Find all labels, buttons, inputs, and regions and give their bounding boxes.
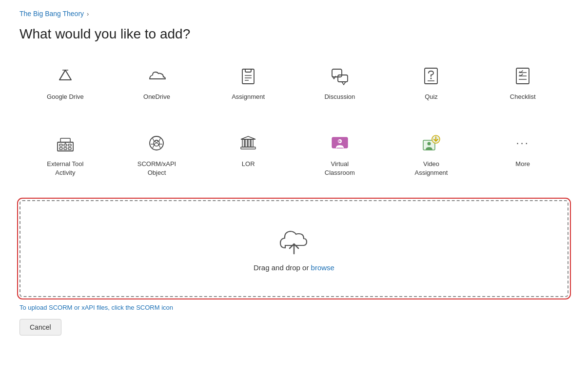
grid-item-assignment-label: Assignment (232, 93, 265, 101)
svg-marker-30 (241, 136, 255, 139)
grid-item-google-drive-label: Google Drive (47, 93, 84, 101)
grid-item-discussion[interactable]: Discussion (294, 56, 386, 109)
video-assignment-icon (419, 131, 443, 155)
more-icon: ··· (511, 131, 534, 155)
grid-item-quiz-label: Quiz (425, 93, 438, 101)
breadcrumb-chevron: › (87, 10, 89, 18)
google-drive-icon (54, 64, 77, 88)
lor-icon (236, 131, 260, 155)
grid-item-external-tool[interactable]: External ToolActivity (20, 124, 111, 185)
svg-point-38 (428, 142, 431, 146)
svg-rect-17 (59, 148, 62, 149)
external-tool-icon (54, 131, 77, 155)
svg-rect-0 (242, 69, 254, 84)
page-title: What would you like to add? (20, 26, 568, 42)
grid-item-assignment[interactable]: Assignment (202, 56, 294, 109)
discussion-icon (328, 64, 352, 88)
upload-icon (276, 225, 312, 256)
page-container: The Big Bang Theory › What would you lik… (0, 0, 588, 350)
grid-row-1: Google Drive OneDrive Assi (20, 56, 568, 109)
grid-item-onedrive-label: OneDrive (143, 93, 170, 101)
quiz-icon (419, 64, 443, 88)
svg-rect-29 (251, 139, 253, 147)
svg-rect-28 (248, 139, 250, 147)
grid-item-checklist-label: Checklist (510, 93, 536, 101)
grid-item-video-assignment[interactable]: VideoAssignment (386, 124, 477, 185)
breadcrumb: The Big Bang Theory › (20, 10, 568, 18)
svg-rect-15 (64, 144, 67, 146)
grid-item-checklist[interactable]: Checklist (477, 56, 568, 109)
grid-item-lor[interactable]: LOR (202, 124, 294, 185)
svg-rect-20 (60, 138, 70, 142)
svg-point-7 (431, 78, 432, 79)
grid-item-virtual-classroom-label: VirtualClassroom (325, 160, 355, 177)
grid-item-google-drive[interactable]: Google Drive (20, 56, 111, 109)
grid-item-video-assignment-label: VideoAssignment (415, 160, 448, 177)
grid-item-discussion-label: Discussion (324, 93, 355, 101)
grid-item-more[interactable]: ··· More (477, 124, 568, 185)
breadcrumb-link[interactable]: The Big Bang Theory (20, 10, 84, 18)
svg-rect-5 (338, 75, 348, 82)
grid-item-scorm[interactable]: SCORM/xAPIObject (111, 124, 203, 185)
drop-zone[interactable]: Drag and drop or browse (20, 200, 568, 297)
drop-text: Drag and drop or browse (254, 263, 334, 272)
grid-item-more-label: More (515, 160, 530, 168)
scorm-hint: To upload SCORM or xAPI files, click the… (20, 304, 568, 311)
grid-item-scorm-label: SCORM/xAPIObject (137, 160, 176, 177)
grid-item-virtual-classroom[interactable]: VirtualClassroom (294, 124, 386, 185)
grid-row-2: External ToolActivity SCO (20, 124, 568, 185)
svg-rect-14 (59, 144, 62, 146)
grid-item-lor-label: LOR (242, 160, 255, 168)
svg-rect-4 (332, 69, 342, 77)
svg-rect-27 (245, 139, 247, 147)
svg-rect-16 (68, 144, 71, 146)
grid-item-onedrive[interactable]: OneDrive (111, 56, 203, 109)
assignment-icon (236, 64, 260, 88)
virtual-classroom-icon (328, 131, 352, 155)
svg-rect-18 (64, 148, 67, 149)
checklist-icon (511, 64, 534, 88)
grid-item-external-tool-label: External ToolActivity (47, 160, 83, 177)
grid-item-quiz[interactable]: Quiz (386, 56, 477, 109)
scorm-icon (145, 131, 168, 155)
browse-link[interactable]: browse (311, 263, 334, 272)
onedrive-icon (145, 64, 168, 88)
cancel-button[interactable]: Cancel (20, 319, 61, 336)
svg-rect-19 (68, 148, 71, 149)
svg-rect-26 (242, 139, 244, 147)
